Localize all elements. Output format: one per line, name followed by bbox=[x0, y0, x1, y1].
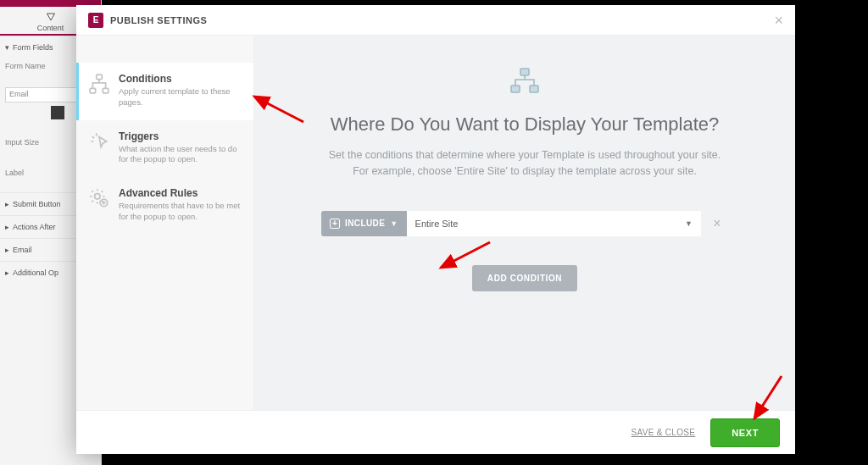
condition-select[interactable]: Entire Site ▼ bbox=[407, 211, 701, 236]
condition-value: Entire Site bbox=[415, 219, 459, 229]
svg-rect-1 bbox=[90, 88, 96, 92]
sidebar-item-desc: Requirements that have to be met for the… bbox=[119, 201, 243, 223]
svg-rect-0 bbox=[97, 75, 103, 79]
modal-header: E PUBLISH SETTINGS × bbox=[76, 5, 795, 36]
publish-settings-modal: E PUBLISH SETTINGS × Conditio bbox=[76, 5, 795, 454]
chevron-down-icon: ▼ bbox=[390, 219, 398, 228]
gear-icon bbox=[88, 187, 110, 209]
sidebar-item-title: Triggers bbox=[119, 130, 243, 142]
main-panel: Where Do You Want to Display Your Templa… bbox=[254, 36, 795, 410]
sidebar-item-advanced-rules[interactable]: Advanced Rules Requirements that have to… bbox=[76, 177, 253, 235]
svg-rect-6 bbox=[511, 86, 520, 92]
remove-condition-icon[interactable]: × bbox=[706, 216, 728, 231]
condition-row: + INCLUDE ▼ Entire Site ▼ × bbox=[321, 211, 728, 236]
svg-rect-7 bbox=[530, 86, 538, 92]
chevron-down-icon: ▼ bbox=[685, 219, 693, 228]
plus-icon: + bbox=[330, 219, 340, 229]
sidebar-item-triggers[interactable]: Triggers What action the user needs to d… bbox=[76, 120, 253, 178]
sidebar-item-conditions[interactable]: Conditions Apply current template to the… bbox=[76, 63, 253, 120]
modal-title: PUBLISH SETTINGS bbox=[110, 15, 207, 25]
click-icon bbox=[88, 130, 110, 152]
include-toggle-button[interactable]: + INCLUDE ▼ bbox=[321, 211, 407, 236]
sidebar-item-title: Conditions bbox=[119, 73, 243, 85]
include-label: INCLUDE bbox=[345, 219, 385, 228]
sidebar-item-desc: What action the user needs to do for the… bbox=[119, 144, 243, 166]
next-button[interactable]: NEXT bbox=[710, 418, 780, 447]
settings-sidebar: Conditions Apply current template to the… bbox=[76, 36, 254, 410]
main-heading: Where Do You Want to Display Your Templa… bbox=[331, 113, 720, 136]
close-icon[interactable]: × bbox=[774, 13, 783, 28]
modal-footer: SAVE & CLOSE NEXT bbox=[76, 410, 795, 454]
main-subtext: Set the conditions that determine where … bbox=[321, 147, 728, 180]
elementor-logo-icon: E bbox=[88, 13, 103, 28]
svg-rect-5 bbox=[520, 69, 529, 75]
add-condition-button[interactable]: ADD CONDITION bbox=[472, 265, 577, 291]
conditions-hero-icon bbox=[510, 68, 539, 93]
sitemap-icon bbox=[88, 73, 110, 95]
save-and-close-link[interactable]: SAVE & CLOSE bbox=[632, 428, 696, 437]
sidebar-item-title: Advanced Rules bbox=[119, 187, 243, 199]
svg-rect-2 bbox=[103, 88, 108, 92]
svg-point-3 bbox=[95, 194, 101, 200]
sidebar-item-desc: Apply current template to these pages. bbox=[119, 86, 243, 108]
